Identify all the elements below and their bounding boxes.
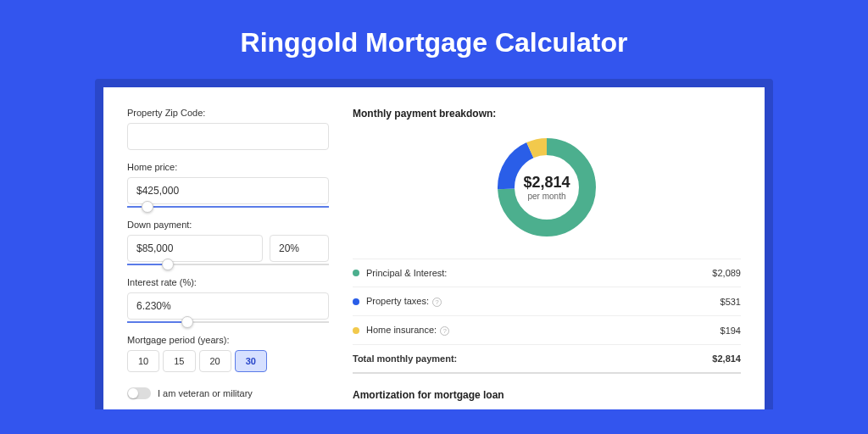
interest-slider[interactable] [127, 321, 329, 323]
home-price-slider[interactable] [127, 206, 329, 208]
donut-chart: $2,814 per month [353, 136, 741, 238]
page-header: Ringgold Mortgage Calculator [0, 0, 868, 79]
donut-value: $2,814 [523, 174, 570, 192]
form-panel: Property Zip Code: Home price: Down paym… [127, 108, 329, 409]
zip-input[interactable] [127, 123, 329, 150]
zip-label: Property Zip Code: [127, 108, 329, 118]
legend-value: $2,089 [712, 268, 741, 278]
legend-row-principal: Principal & Interest: $2,089 [353, 259, 741, 287]
dot-icon [353, 327, 359, 334]
home-price-group: Home price: [127, 162, 329, 208]
legend-value: $194 [721, 326, 741, 336]
help-icon[interactable]: ? [432, 298, 442, 307]
amortization-section: Amortization for mortgage loan Amortizat… [353, 389, 741, 409]
interest-label: Interest rate (%): [127, 277, 329, 287]
down-payment-label: Down payment: [127, 220, 329, 230]
legend-label: Home insurance:? [366, 325, 721, 336]
slider-thumb[interactable] [181, 316, 193, 328]
period-group: Mortgage period (years): 10 15 20 30 [127, 335, 329, 372]
legend-row-insurance: Home insurance:? $194 [353, 316, 741, 345]
legend: Principal & Interest: $2,089 Property ta… [353, 259, 741, 374]
period-label: Mortgage period (years): [127, 335, 329, 345]
zip-group: Property Zip Code: [127, 108, 329, 150]
breakdown-panel: Monthly payment breakdown: $2,814 per mo… [353, 108, 741, 409]
donut-center: $2,814 per month [523, 174, 570, 201]
down-payment-slider[interactable] [127, 264, 329, 265]
dot-icon [353, 298, 359, 305]
card-wrap: Property Zip Code: Home price: Down paym… [95, 79, 773, 409]
slider-thumb[interactable] [142, 201, 153, 213]
legend-label: Principal & Interest: [366, 268, 712, 278]
help-icon[interactable]: ? [440, 326, 449, 336]
amort-title: Amortization for mortgage loan [353, 389, 741, 401]
interest-group: Interest rate (%): [127, 277, 329, 323]
legend-row-taxes: Property taxes:? $531 [353, 287, 741, 316]
legend-label: Property taxes:? [366, 296, 721, 307]
slider-thumb[interactable] [162, 259, 174, 270]
home-price-label: Home price: [127, 162, 329, 172]
home-price-input[interactable] [127, 177, 329, 204]
down-payment-group: Down payment: [127, 220, 329, 265]
calculator-card: Property Zip Code: Home price: Down paym… [103, 87, 765, 409]
interest-input[interactable] [127, 292, 329, 320]
period-30[interactable]: 30 [235, 350, 267, 372]
down-payment-pct-input[interactable] [270, 235, 329, 262]
period-10[interactable]: 10 [127, 350, 159, 372]
period-15[interactable]: 15 [163, 350, 195, 372]
total-value: $2,814 [712, 353, 741, 364]
dot-icon [353, 270, 359, 276]
period-20[interactable]: 20 [199, 350, 231, 372]
total-label: Total monthly payment: [353, 353, 712, 364]
veteran-label: I am veteran or military [158, 388, 253, 398]
period-buttons: 10 15 20 30 [127, 350, 329, 372]
veteran-toggle[interactable] [127, 387, 151, 399]
veteran-row: I am veteran or military [127, 387, 329, 399]
page-title: Ringgold Mortgage Calculator [0, 27, 868, 58]
legend-value: $531 [721, 297, 741, 307]
donut-label: per month [523, 192, 570, 201]
down-payment-input[interactable] [127, 235, 263, 262]
legend-row-total: Total monthly payment: $2,814 [353, 345, 741, 374]
breakdown-title: Monthly payment breakdown: [353, 108, 741, 120]
